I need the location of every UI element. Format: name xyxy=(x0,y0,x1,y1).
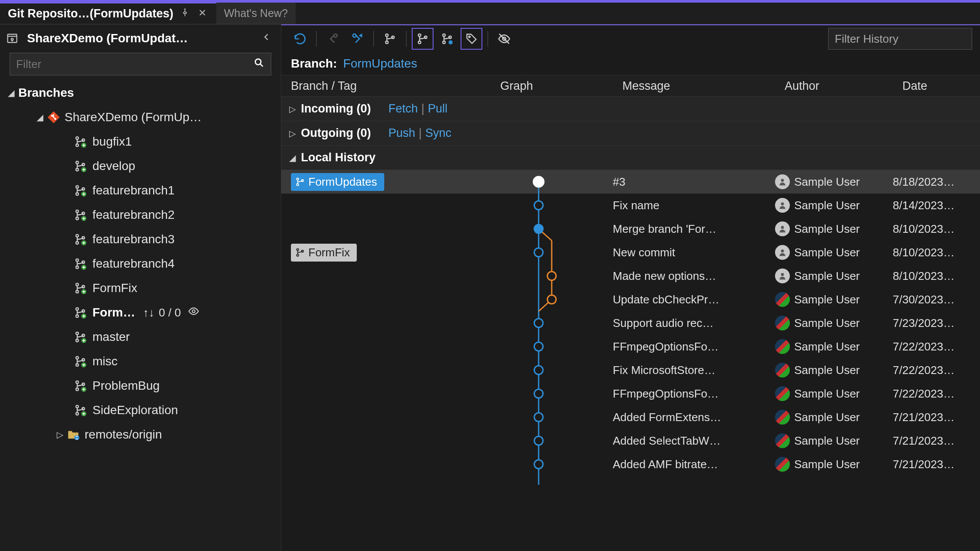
commit-row[interactable]: Update cbCheckPr…Sample User7/30/2023… xyxy=(281,288,980,311)
search-icon[interactable] xyxy=(253,57,265,71)
branch-label: ProblemBug xyxy=(92,379,160,393)
commit-row[interactable]: Merge branch 'For…Sample User8/10/2023… xyxy=(281,217,980,241)
incoming-section[interactable]: ▷ Incoming (0) Fetch | Pull xyxy=(281,97,980,121)
col-date[interactable]: Date xyxy=(893,79,980,93)
filter-box[interactable] xyxy=(10,53,271,75)
close-icon[interactable] xyxy=(196,7,208,21)
commit-row[interactable]: Added AMF bitrate…Sample User7/21/2023… xyxy=(281,452,980,476)
tab-title: What's New? xyxy=(224,7,288,20)
avatar xyxy=(775,245,790,260)
branch-value[interactable]: FormUpdates xyxy=(343,57,417,71)
svg-point-106 xyxy=(534,413,543,422)
toggle-remote-branches-button[interactable] xyxy=(436,28,458,50)
commit-date: 8/14/2023… xyxy=(893,199,980,212)
branch-item-develop[interactable]: develop xyxy=(0,154,281,178)
svg-point-39 xyxy=(76,339,79,342)
svg-point-17 xyxy=(76,210,79,213)
branch-item-problembug[interactable]: ProblemBug xyxy=(0,374,281,398)
local-history-section[interactable]: ◢ Local History xyxy=(281,146,980,170)
commit-author-cell: Sample User xyxy=(775,198,893,213)
commit-graph-cell xyxy=(491,452,613,476)
commit-row[interactable]: FFmpegOptionsFo…Sample User7/22/2023… xyxy=(281,382,980,405)
branch-item-sideexploration[interactable]: SideExploration xyxy=(0,398,281,422)
nav-forward-button[interactable] xyxy=(346,28,368,50)
pin-icon[interactable] xyxy=(179,7,191,21)
branch-item-featurebranch4[interactable]: featurebranch4 xyxy=(0,252,281,276)
commit-row[interactable]: Added FormExtens…Sample User7/21/2023… xyxy=(281,405,980,429)
nav-back-button[interactable] xyxy=(322,28,344,50)
branch-item-bugfix1[interactable]: bugfix1 xyxy=(0,129,281,154)
commit-row[interactable]: Fix MicrosoftStore…Sample User7/22/2023… xyxy=(281,358,980,382)
commit-row[interactable]: Fix nameSample User8/14/2023… xyxy=(281,194,980,217)
branch-picker-button[interactable] xyxy=(379,28,401,50)
toggle-local-branches-button[interactable] xyxy=(412,28,434,50)
fetch-link[interactable]: Fetch xyxy=(389,102,418,116)
svg-point-14 xyxy=(76,193,79,195)
branch-item-formfix[interactable]: FormFix xyxy=(0,276,281,300)
commit-row[interactable]: Made new options…Sample User8/10/2023… xyxy=(281,264,980,288)
col-message[interactable]: Message xyxy=(613,79,775,93)
separator xyxy=(373,31,374,47)
branch-item-misc[interactable]: misc xyxy=(0,349,281,374)
branches-label: Branches xyxy=(18,86,74,100)
push-link[interactable]: Push xyxy=(388,126,415,140)
pull-link[interactable]: Pull xyxy=(428,102,447,116)
branch-tag-chip[interactable]: FormUpdates xyxy=(291,173,384,191)
branch-icon xyxy=(74,160,86,172)
svg-point-63 xyxy=(443,34,445,37)
eye-icon[interactable] xyxy=(188,306,199,320)
remotes-node[interactable]: ▷ remotes/origin xyxy=(0,422,281,447)
chevron-down-icon: ◢ xyxy=(8,88,18,98)
avatar xyxy=(775,316,790,330)
avatar xyxy=(775,433,790,448)
commit-row[interactable]: Added SelectTabW…Sample User7/21/2023… xyxy=(281,429,980,452)
filter-input[interactable] xyxy=(16,58,253,71)
commit-author: Sample User xyxy=(794,387,860,401)
sidebar-title: ShareXDemo (FormUpdat… xyxy=(27,31,254,45)
commit-date: 8/18/2023… xyxy=(893,175,980,189)
svg-point-92 xyxy=(781,273,784,276)
col-author[interactable]: Author xyxy=(775,79,893,93)
col-graph[interactable]: Graph xyxy=(491,79,613,93)
svg-point-57 xyxy=(386,34,388,37)
svg-point-33 xyxy=(76,308,79,310)
commit-author-cell: Sample User xyxy=(775,316,893,330)
svg-point-38 xyxy=(76,332,79,335)
branch-tree: ◢ Branches ◢ ShareXDemo (FormUp… bugfix1… xyxy=(0,81,281,551)
branch-tag-chip[interactable]: FormFix xyxy=(291,244,357,262)
commit-row[interactable]: FormFixNew commitSample User8/10/2023… xyxy=(281,241,980,264)
commit-author-cell: Sample User xyxy=(775,410,893,425)
branch-item-master[interactable]: master xyxy=(0,325,281,349)
commit-branch-cell: FormFix xyxy=(281,244,491,262)
tab-git-repository[interactable]: Git Reposito…(FormUpdates) xyxy=(0,3,216,24)
filter-history-input[interactable]: Filter History xyxy=(828,28,972,50)
commit-graph-cell xyxy=(491,405,613,429)
commit-row[interactable]: FFmpegOptionsFo…Sample User7/22/2023… xyxy=(281,335,980,358)
svg-point-74 xyxy=(781,179,784,182)
commit-row[interactable]: Support audio rec…Sample User7/23/2023… xyxy=(281,311,980,335)
commit-author-cell: Sample User xyxy=(775,221,893,236)
branch-item-featurebranch3[interactable]: featurebranch3 xyxy=(0,227,281,252)
toggle-hidden-button[interactable] xyxy=(493,28,515,50)
svg-point-29 xyxy=(76,283,79,286)
sync-link[interactable]: Sync xyxy=(425,126,451,140)
commit-row[interactable]: FormUpdates#3Sample User8/18/2023… xyxy=(281,170,980,194)
branch-label: featurebranch1 xyxy=(92,184,174,197)
branch-icon xyxy=(74,209,86,221)
commit-date: 8/10/2023… xyxy=(893,222,980,236)
commit-graph-cell xyxy=(491,241,613,264)
branches-header[interactable]: ◢ Branches xyxy=(0,81,281,105)
repo-node[interactable]: ◢ ShareXDemo (FormUp… xyxy=(0,105,281,129)
branch-item-form[interactable]: Form…↑↓0 / 0 xyxy=(0,300,281,325)
collapse-icon[interactable] xyxy=(258,30,275,47)
sidebar: ShareXDemo (FormUpdat… ◢ Branches ◢ Shar… xyxy=(0,24,281,551)
outgoing-section[interactable]: ▷ Outgoing (0) Push | Sync xyxy=(281,121,980,146)
col-branch-tag[interactable]: Branch / Tag xyxy=(281,79,491,93)
commit-author: Sample User xyxy=(794,199,860,212)
tab-whats-new[interactable]: What's New? xyxy=(216,3,296,24)
toggle-tags-button[interactable] xyxy=(461,28,482,50)
branch-item-featurebranch1[interactable]: featurebranch1 xyxy=(0,178,281,203)
branch-label: bugfix1 xyxy=(92,135,132,149)
refresh-button[interactable] xyxy=(289,28,311,50)
branch-item-featurebranch2[interactable]: featurebranch2 xyxy=(0,203,281,227)
